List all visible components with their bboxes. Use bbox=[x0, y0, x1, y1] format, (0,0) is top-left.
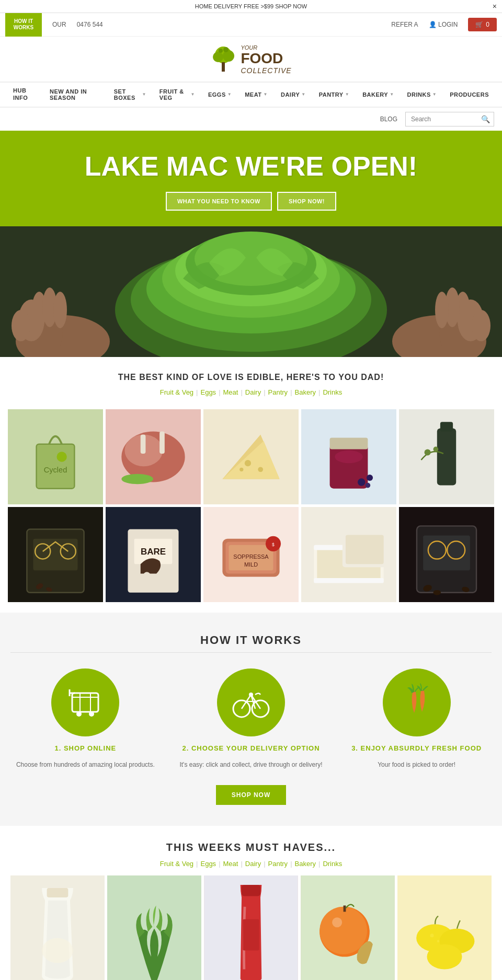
login-button[interactable]: 👤 LOGIN bbox=[429, 21, 458, 28]
mh-cat-eggs[interactable]: Eggs bbox=[200, 860, 216, 868]
shop-now-hero-button[interactable]: SHOP NOW! bbox=[277, 192, 336, 211]
product-card[interactable]: BARE bbox=[106, 507, 201, 602]
shop-now-button[interactable]: SHOP NOW bbox=[216, 785, 286, 805]
chevron-down-icon: ▼ bbox=[301, 92, 305, 97]
chevron-down-icon: ▼ bbox=[191, 92, 195, 97]
nav-set-boxes[interactable]: SET BOXES ▼ bbox=[109, 83, 152, 107]
cart-count: 0 bbox=[486, 21, 489, 28]
nav-producers[interactable]: PRODUCERS bbox=[444, 83, 494, 107]
svg-point-13 bbox=[53, 292, 67, 328]
top-nav: HOW IT WORKS OUR 0476 544 REFER A 👤 LOGI… bbox=[0, 13, 502, 37]
svg-point-99 bbox=[249, 693, 253, 697]
search-wrapper: 🔍 bbox=[405, 112, 494, 126]
what-you-need-button[interactable]: WHAT YOU NEED TO KNOW bbox=[166, 192, 272, 211]
must-have-card[interactable] bbox=[204, 875, 298, 980]
svg-point-102 bbox=[42, 938, 73, 963]
nav-eggs[interactable]: EGGS ▼ bbox=[203, 83, 237, 107]
top-nav-right: REFER A 👤 LOGIN 🛒 0 bbox=[391, 18, 497, 31]
announcement-text: HOME DELIVERY FREE >$99 SHOP NOW bbox=[195, 3, 307, 9]
svg-point-111 bbox=[332, 917, 342, 927]
must-have-image bbox=[10, 875, 105, 980]
cat-pantry[interactable]: Pantry bbox=[268, 388, 288, 396]
must-haves-title: THIS WEEKS MUST HAVES... bbox=[10, 841, 492, 854]
nav-meat[interactable]: MEAT ▼ bbox=[239, 83, 273, 107]
main-nav: HUB INFO NEW AND IN SEASON SET BOXES ▼ F… bbox=[0, 82, 502, 108]
svg-rect-53 bbox=[440, 422, 453, 431]
product-card[interactable] bbox=[301, 507, 396, 602]
nav-drinks[interactable]: DRINKS ▼ bbox=[402, 83, 442, 107]
cat-fruit-veg[interactable]: Fruit & Veg bbox=[160, 388, 193, 396]
chevron-down-icon: ▼ bbox=[142, 92, 146, 97]
product-card[interactable]: Cycled bbox=[8, 409, 103, 504]
mh-cat-pantry[interactable]: Pantry bbox=[268, 860, 288, 868]
must-have-card[interactable] bbox=[107, 875, 201, 980]
product-image: SOPPRESSA MILD $ bbox=[203, 507, 299, 602]
mh-cat-bakery[interactable]: Bakery bbox=[295, 860, 316, 868]
cart-button[interactable]: 🛒 0 bbox=[468, 18, 497, 31]
product-card[interactable]: SOPPRESSA MILD $ bbox=[203, 507, 299, 602]
svg-point-93 bbox=[76, 711, 82, 717]
blog-link[interactable]: BLOG bbox=[380, 116, 397, 123]
bike-icon bbox=[230, 682, 272, 723]
product-card[interactable] bbox=[301, 409, 396, 504]
logo-text: YOUR FOOD COLLECTIVE bbox=[241, 44, 291, 75]
must-haves-grid bbox=[10, 875, 492, 980]
chevron-down-icon: ▼ bbox=[432, 92, 437, 97]
svg-point-94 bbox=[89, 711, 94, 717]
mh-cat-dairy[interactable]: Dairy bbox=[245, 860, 261, 868]
logo[interactable]: YOUR FOOD COLLECTIVE bbox=[210, 44, 291, 75]
svg-rect-105 bbox=[242, 885, 260, 896]
must-have-card[interactable] bbox=[10, 875, 105, 980]
product-card[interactable] bbox=[8, 507, 103, 602]
svg-rect-81 bbox=[346, 535, 384, 564]
must-have-card[interactable] bbox=[301, 875, 395, 980]
nav-pantry[interactable]: PANTRY ▼ bbox=[314, 83, 355, 107]
step-2-desc: It's easy: click and collect, drive thro… bbox=[179, 760, 322, 769]
svg-point-30 bbox=[56, 452, 66, 462]
product-card[interactable] bbox=[399, 507, 494, 602]
svg-point-117 bbox=[437, 940, 440, 942]
svg-point-54 bbox=[425, 449, 431, 455]
chevron-down-icon: ▼ bbox=[390, 92, 394, 97]
close-icon[interactable]: × bbox=[493, 2, 497, 10]
product-card[interactable] bbox=[106, 409, 201, 504]
nav-hub-info[interactable]: HUB INFO bbox=[8, 83, 42, 107]
mh-cat-meat[interactable]: Meat bbox=[223, 860, 238, 868]
step-2: 2. CHOOSE YOUR DELIVERY OPTION It's easy… bbox=[176, 668, 326, 769]
cat-eggs[interactable]: Eggs bbox=[200, 388, 216, 396]
product-image: BARE bbox=[106, 507, 201, 602]
product-card[interactable] bbox=[203, 409, 299, 504]
svg-point-41 bbox=[245, 460, 251, 466]
cat-drinks[interactable]: Drinks bbox=[323, 388, 342, 396]
must-have-card[interactable] bbox=[397, 875, 492, 980]
svg-point-50 bbox=[366, 483, 371, 488]
cat-dairy[interactable]: Dairy bbox=[245, 388, 261, 396]
cat-bakery[interactable]: Bakery bbox=[295, 388, 316, 396]
nav-new-in-season[interactable]: NEW AND IN SEASON bbox=[44, 83, 106, 107]
product-card[interactable] bbox=[399, 409, 494, 504]
svg-text:SOPPRESSA: SOPPRESSA bbox=[233, 554, 269, 560]
nav-fruit-veg[interactable]: FRUIT & VEG ▼ bbox=[154, 83, 200, 107]
svg-rect-36 bbox=[159, 431, 165, 453]
hero-title: LAKE MAC WE'RE OPEN! bbox=[10, 152, 492, 181]
top-nav-left: HOW IT WORKS OUR 0476 544 bbox=[5, 13, 103, 37]
svg-rect-52 bbox=[437, 428, 456, 485]
svg-rect-90 bbox=[72, 693, 98, 712]
logo-food: FOOD bbox=[241, 51, 291, 67]
search-bar: BLOG 🔍 bbox=[0, 108, 502, 131]
cat-meat[interactable]: Meat bbox=[223, 388, 238, 396]
step-1: 1. SHOP ONLINE Choose from hundreds of a… bbox=[10, 668, 161, 769]
search-icon: 🔍 bbox=[481, 115, 490, 123]
nav-dairy[interactable]: DAIRY ▼ bbox=[276, 83, 311, 107]
mh-cat-drinks[interactable]: Drinks bbox=[323, 860, 342, 868]
refer-link[interactable]: REFER A bbox=[391, 21, 418, 28]
how-it-works-title: HOW IT WORKS bbox=[10, 633, 492, 647]
svg-point-2 bbox=[223, 50, 234, 62]
mh-cat-fruit-veg[interactable]: Fruit & Veg bbox=[160, 860, 193, 868]
hero-image bbox=[0, 226, 502, 357]
svg-text:$: $ bbox=[272, 542, 275, 547]
svg-point-47 bbox=[335, 451, 362, 463]
announcement-bar: HOME DELIVERY FREE >$99 SHOP NOW × bbox=[0, 0, 502, 13]
nav-bakery[interactable]: BAKERY ▼ bbox=[357, 83, 399, 107]
how-it-works-button[interactable]: HOW IT WORKS bbox=[5, 13, 42, 37]
